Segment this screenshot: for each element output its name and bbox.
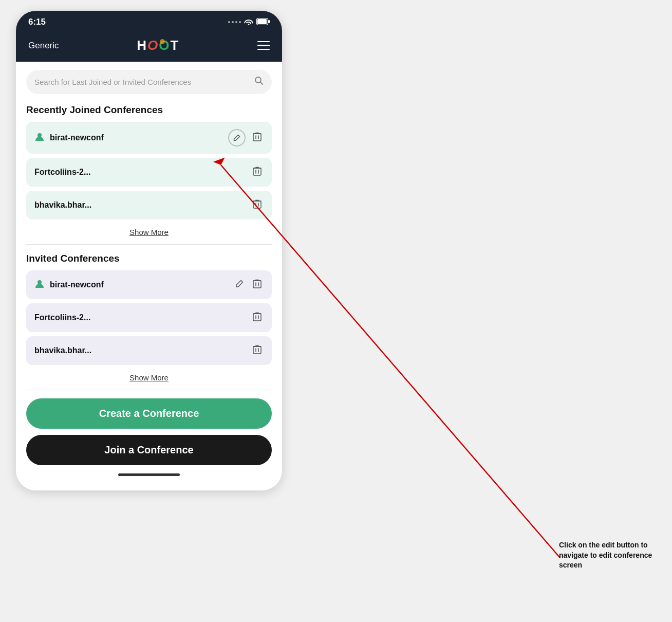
svg-rect-27 — [253, 346, 261, 354]
recent-conf-name-2: Fortcoliins-2... — [34, 168, 90, 177]
create-conference-button[interactable]: Create a Conference — [26, 398, 272, 429]
conf-item-actions-1 — [228, 129, 264, 147]
wifi-icon — [244, 18, 253, 27]
annotation-text: Click on the edit button to navigate to … — [559, 540, 662, 571]
conf-item-left-2: Fortcoliins-2... — [34, 168, 90, 177]
hamburger-icon — [257, 49, 270, 50]
status-bar: 6:15 — [16, 11, 282, 32]
status-time: 6:15 — [28, 17, 46, 27]
invited-conf-actions-2 — [251, 310, 264, 325]
invited-conferences-title: Invited Conferences — [26, 253, 272, 264]
recent-conf-name-1: birat-newconf — [50, 133, 104, 142]
app-header: Generic H O O T — [16, 32, 282, 62]
recently-joined-title: Recently Joined Conferences — [26, 104, 272, 116]
invited-conf-left-2: Fortcoliins-2... — [34, 313, 90, 322]
svg-rect-19 — [253, 281, 261, 288]
recent-conf-item-2: Fortcoliins-2... — [26, 158, 272, 187]
invited-conf-left-3: bhavika.bhar... — [34, 346, 91, 355]
invited-person-icon-1 — [34, 279, 45, 291]
invited-delete-button-2[interactable] — [251, 310, 264, 325]
recent-conf-item-3: bhavika.bhar... — [26, 191, 272, 219]
svg-rect-14 — [253, 201, 261, 208]
search-icon — [254, 76, 264, 88]
show-more-recent: Show More — [26, 224, 272, 244]
delete-button-1[interactable] — [251, 131, 264, 145]
delete-button-2[interactable] — [251, 165, 264, 179]
header-generic-label: Generic — [28, 41, 59, 51]
join-conference-button[interactable]: Join a Conference — [26, 435, 272, 465]
show-more-invited: Show More — [26, 369, 272, 390]
section-divider-1 — [26, 244, 272, 245]
invited-delete-button-3[interactable] — [251, 343, 264, 358]
conf-item-actions-2 — [251, 165, 264, 179]
conf-item-left: birat-newconf — [34, 132, 104, 144]
recent-conf-name-3: bhavika.bhar... — [34, 200, 91, 210]
svg-rect-10 — [253, 168, 261, 175]
search-bar[interactable]: Search for Last Joined or Invited Confer… — [26, 70, 272, 94]
svg-rect-1 — [257, 19, 267, 24]
invited-edit-button-1[interactable] — [233, 279, 246, 291]
svg-rect-6 — [253, 134, 261, 141]
invited-conf-left-1: birat-newconf — [34, 279, 104, 291]
search-placeholder: Search for Last Joined or Invited Confer… — [34, 78, 191, 86]
hoot-logo: H O O T — [137, 38, 179, 53]
svg-rect-2 — [268, 20, 270, 23]
main-content: Search for Last Joined or Invited Confer… — [16, 62, 282, 490]
edit-button-circle[interactable] — [228, 129, 246, 147]
signal-icon — [228, 21, 241, 23]
svg-rect-23 — [253, 314, 261, 321]
show-more-invited-button[interactable]: Show More — [129, 373, 169, 382]
battery-icon — [256, 18, 270, 27]
delete-button-3[interactable] — [251, 198, 264, 212]
person-icon — [34, 132, 45, 144]
conf-item-left-3: bhavika.bhar... — [34, 200, 91, 210]
svg-point-18 — [38, 280, 42, 284]
bottom-indicator — [26, 473, 272, 482]
phone-frame: 6:15 Generic H O — [15, 10, 283, 491]
svg-line-4 — [260, 82, 263, 85]
invited-conf-name-1: birat-newconf — [50, 280, 104, 289]
invited-conf-actions-3 — [251, 343, 264, 358]
status-icons — [228, 18, 270, 27]
show-more-recent-button[interactable]: Show More — [129, 228, 169, 236]
invited-conf-name-3: bhavika.bhar... — [34, 346, 91, 355]
menu-button[interactable] — [257, 41, 270, 50]
section-divider-2 — [26, 390, 272, 390]
recent-conf-item-1: birat-newconf — [26, 122, 272, 154]
hamburger-icon — [257, 45, 270, 46]
home-indicator-bar — [118, 473, 180, 476]
invited-delete-button-1[interactable] — [251, 278, 264, 292]
svg-point-5 — [38, 133, 42, 137]
invited-conf-actions-1 — [233, 278, 264, 292]
invited-conf-item-2: Fortcoliins-2... — [26, 303, 272, 332]
invited-conf-item-1: birat-newconf — [26, 270, 272, 299]
hamburger-icon — [257, 41, 270, 43]
invited-conf-item-3: bhavika.bhar... — [26, 336, 272, 365]
invited-conf-name-2: Fortcoliins-2... — [34, 313, 90, 322]
conf-item-actions-3 — [251, 198, 264, 212]
